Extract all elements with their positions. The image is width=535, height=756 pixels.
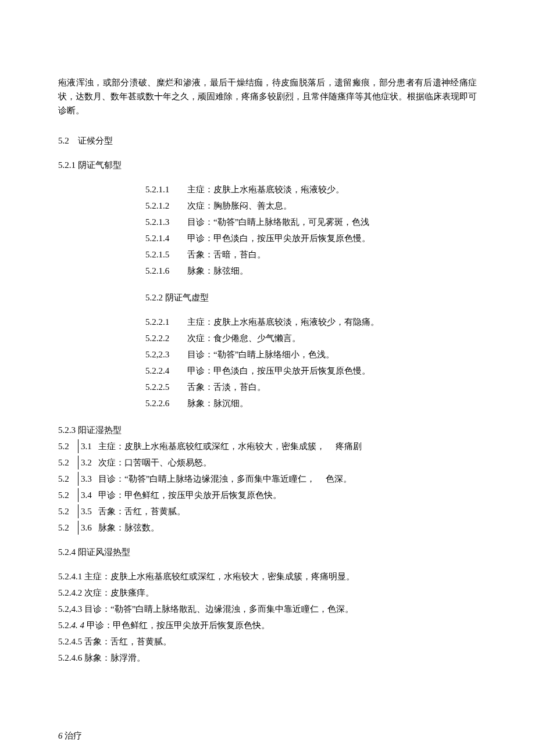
item-number: 5.2.4.2 <box>58 588 82 597</box>
item-text: 甲诊：甲色鲜红，按压甲尖放开后恢复原色快。 <box>87 621 270 630</box>
item-number-part2: 3.4 <box>79 488 98 502</box>
item-text: 舌象：舌淡，苔白。 <box>187 380 477 394</box>
section-number: 5.2.3 <box>58 425 76 435</box>
item-number-part1: 5.2 <box>58 504 79 518</box>
section-5-2-4-heading: 5.2.4 阳证风湿热型 <box>58 545 477 559</box>
item-number-part1: 5.2 <box>58 521 79 535</box>
item-text: 次症：皮肤瘙痒。 <box>84 588 154 597</box>
item-text: 目诊：“勒答”白睛上脉络散乱，可见雾斑，色浅 <box>187 215 477 229</box>
item-number-part2: 3.1 <box>79 439 98 453</box>
list-item: 5.2.1.4甲诊：甲色淡白，按压甲尖放开后恢复原色慢。 <box>145 231 477 245</box>
item-number: 5.2.2.5 <box>145 380 187 394</box>
item-text: 甲诊：甲色淡白，按压甲尖放开后恢复原色慢。 <box>187 364 477 378</box>
list-item: 5.23.5舌象：舌红，苔黄腻。 <box>58 504 477 518</box>
section-title: 阳证风湿热型 <box>78 547 130 557</box>
item-number: 5.2.2.4 <box>145 364 187 378</box>
item-text: 脉象：脉弦细。 <box>187 264 477 278</box>
item-number-part1: 5.2 <box>58 439 79 453</box>
item-number: 5.2.2.6 <box>145 396 187 410</box>
item-number: 5.2.4.1 <box>58 572 82 581</box>
section-5-2-1-heading: 5.2.1 阴证气郁型 <box>58 158 477 172</box>
item-number-part1: 5.2 <box>58 472 79 486</box>
list-item: 5.23.6脉象：脉弦数。 <box>58 521 477 535</box>
item-text: 主症：皮肤上水疱基底较淡，疱液较少，有隐痛。 <box>187 315 477 329</box>
list-item: 5.2.4. 4 甲诊：甲色鲜红，按压甲尖放开后恢复原色快。 <box>58 618 477 632</box>
intro-paragraph: 疱液浑浊，或部分溃破、糜烂和渗液，最后干燥结痂，待皮痂脱落后，遗留瘢痕，部分患者… <box>58 76 477 117</box>
section-5-2-2-heading: 5.2.2 阴证气虚型 <box>145 291 477 304</box>
item-text: 甲诊：甲色淡白，按压甲尖放开后恢复原色慢。 <box>187 231 477 245</box>
list-item: 5.2.2.6脉象：脉沉细。 <box>145 396 477 410</box>
item-text: 次症：胸胁胀闷、善太息。 <box>187 199 477 213</box>
item-text: 脉象：脉沉细。 <box>187 396 477 410</box>
item-number-part2: 3.5 <box>79 504 98 518</box>
item-text: 主症：皮肤上水疱基底较红或深红，水疱较大，密集成簇，疼痛明显。 <box>84 572 355 581</box>
section-number: 5.2.2 <box>145 293 163 302</box>
section-5-2-2-items: 5.2.2.1主症：皮肤上水疱基底较淡，疱液较少，有隐痛。 5.2.2.2次症：… <box>145 315 477 410</box>
item-text: 脉象：脉弦数。 <box>98 521 477 535</box>
item-text: 目诊：“勒答”白睛上脉络细小，色浅。 <box>187 347 477 361</box>
item-text: 目诊：“勒答”白睛上脉络散乱、边缘混浊，多而集中靠近瞳仁，色深。 <box>84 604 354 614</box>
item-text: 主症：皮肤上水疱基底较淡，疱液较少。 <box>187 182 477 196</box>
list-item: 5.2.2.4甲诊：甲色淡白，按压甲尖放开后恢复原色慢。 <box>145 364 477 378</box>
item-number: 5.2.1.4 <box>145 231 187 245</box>
item-number: 5.2.2.2 <box>145 331 187 345</box>
item-number: 5.2.2.1 <box>145 315 187 329</box>
list-item: 5.2.2.2次症：食少倦怠、少气懒言。 <box>145 331 477 345</box>
list-item: 5.23.4甲诊：甲色鲜红，按压甲尖放开后恢复原色快。 <box>58 488 477 502</box>
item-number: 5.2. <box>58 621 72 630</box>
item-number-part1: 5.2 <box>58 456 79 470</box>
item-text: 主症：皮肤上水疱基底较红或深红，水疱较大，密集成簇，疼痛剧 <box>98 439 477 453</box>
item-text: 脉象：脉浮滑。 <box>84 653 145 662</box>
item-text: 甲诊：甲色鲜红，按压甲尖放开后恢复原色快。 <box>98 488 477 502</box>
section-5-2-1-items: 5.2.1.1主症：皮肤上水疱基底较淡，疱液较少。 5.2.1.2次症：胸胁胀闷… <box>145 182 477 278</box>
item-number-part1: 5.2 <box>58 488 79 502</box>
item-number: 5.2.1.6 <box>145 264 187 278</box>
list-item: 5.2.1.5舌象：舌暗，苔白。 <box>145 248 477 261</box>
list-item: 5.23.3目诊：“勒答”白睛上脉络边缘混浊，多而集中靠近瞳仁，色深。 <box>58 472 477 486</box>
section-5-2-heading: 5.2 证候分型 <box>58 134 477 148</box>
list-item: 5.2.1.2次症：胸胁胀闷、善太息。 <box>145 199 477 213</box>
item-number-part2: 3.6 <box>79 521 98 535</box>
item-number: 5.2.1.2 <box>145 199 187 213</box>
list-item: 5.2.2.5舌象：舌淡，苔白。 <box>145 380 477 394</box>
list-item: 5.2.4.2 次症：皮肤瘙痒。 <box>58 586 477 600</box>
section-title: 阴证气虚型 <box>165 293 209 302</box>
list-item: 5.2,2.3目诊：“勒答”白睛上脉络细小，色浅。 <box>145 347 477 361</box>
list-item: 5.23.1主症：皮肤上水疱基底较红或深红，水疱较大，密集成簇，疼痛剧 <box>58 439 477 453</box>
item-number-part2: 3.3 <box>79 472 98 486</box>
item-text: 目诊：“勒答”白睛上脉络边缘混浊，多而集中靠近瞳仁，色深。 <box>98 472 477 486</box>
item-number: 5.2.4.5 <box>58 637 82 646</box>
item-number-part2: 3.2 <box>79 456 98 470</box>
section-number: 6 <box>58 731 63 740</box>
item-number: 5.2.1.3 <box>145 215 187 229</box>
item-text: 次症：食少倦怠、少气懒言。 <box>187 331 477 345</box>
list-item: 5.2.1.1主症：皮肤上水疱基底较淡，疱液较少。 <box>145 182 477 196</box>
section-6-heading: 6 治疗 <box>58 729 477 743</box>
item-number: 5.2.1.1 <box>145 182 187 196</box>
item-number: 5.2.1.5 <box>145 248 187 261</box>
section-title: 证候分型 <box>78 136 113 145</box>
section-title: 治疗 <box>65 731 82 740</box>
section-number: 5.2 <box>58 136 69 145</box>
list-item: 5.2.4.5 舌象：舌红，苔黄腻。 <box>58 635 477 648</box>
list-item: 5.2.1.3目诊：“勒答”白睛上脉络散乱，可见雾斑，色浅 <box>145 215 477 229</box>
item-text: 舌象：舌红，苔黄腻。 <box>84 637 172 646</box>
section-5-2-3-heading: 5.2.3 阳证湿热型 <box>58 423 477 437</box>
section-number: 5.2.1 <box>58 160 76 170</box>
list-item: 5.2.2.1主症：皮肤上水疱基底较淡，疱液较少，有隐痛。 <box>145 315 477 329</box>
list-item: 5.23.2次症：口苦咽干、心烦易怒。 <box>58 456 477 470</box>
list-item: 5.2.4.6 脉象：脉浮滑。 <box>58 651 477 665</box>
item-text: 次症：口苦咽干、心烦易怒。 <box>98 456 477 470</box>
item-number: 5.2.4.6 <box>58 653 82 662</box>
section-5-2-4-items: 5.2.4.1 主症：皮肤上水疱基底较红或深红，水疱较大，密集成簇，疼痛明显。 … <box>58 569 477 665</box>
section-5-2-3-items: 5.23.1主症：皮肤上水疱基底较红或深红，水疱较大，密集成簇，疼痛剧 5.23… <box>58 439 477 535</box>
item-number-italic: 4. 4 <box>72 621 85 630</box>
list-item: 5.2.1.6脉象：脉弦细。 <box>145 264 477 278</box>
item-number: 5.2,4.3 <box>58 604 82 614</box>
item-number: 5.2,2.3 <box>145 347 187 361</box>
list-item: 5.2.4.1 主症：皮肤上水疱基底较红或深红，水疱较大，密集成簇，疼痛明显。 <box>58 569 477 583</box>
section-title: 阳证湿热型 <box>78 425 122 435</box>
item-text: 舌象：舌暗，苔白。 <box>187 248 477 261</box>
list-item: 5.2,4.3 目诊：“勒答”白睛上脉络散乱、边缘混浊，多而集中靠近瞳仁，色深。 <box>58 602 477 616</box>
item-text: 舌象：舌红，苔黄腻。 <box>98 504 477 518</box>
